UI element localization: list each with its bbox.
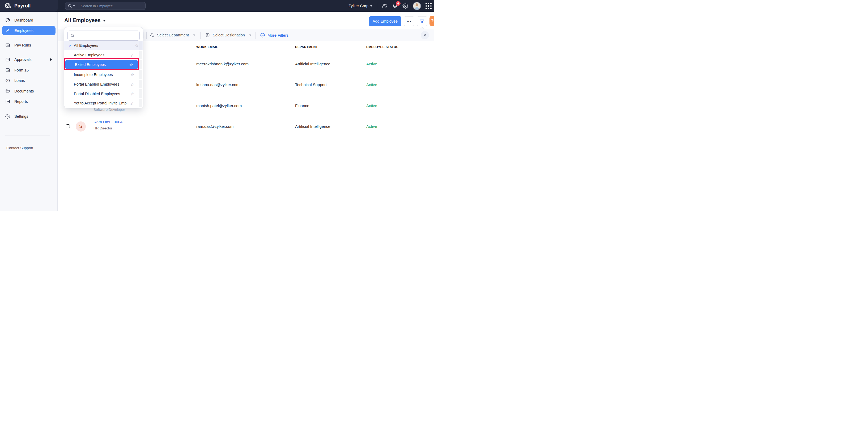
approvals-icon bbox=[5, 57, 10, 62]
designation-icon bbox=[205, 33, 210, 37]
brand-name: Payroll bbox=[14, 3, 31, 9]
column-header-work-email: WORK EMAIL bbox=[196, 45, 218, 49]
department-cell: Artificial Intelligence bbox=[295, 62, 331, 66]
view-option-exited-employees[interactable]: Exited Employees ☆ bbox=[65, 60, 138, 69]
sidebar-item-loans[interactable]: ₹ Loans bbox=[2, 76, 56, 85]
chevron-down-icon bbox=[370, 5, 372, 7]
dropdown-scrollbar[interactable] bbox=[138, 51, 143, 59]
dropdown-scrollbar[interactable] bbox=[138, 89, 143, 98]
funnel-icon bbox=[420, 19, 425, 24]
department-cell: Technical Support bbox=[295, 82, 327, 87]
view-option-active-employees[interactable]: Active Employees ☆ bbox=[64, 50, 138, 60]
search-input[interactable] bbox=[81, 4, 134, 8]
sidebar: Dashboard Employees Pay Runs bbox=[0, 12, 58, 211]
sidebar-item-dashboard[interactable]: Dashboard bbox=[2, 16, 56, 25]
status-badge: Active bbox=[366, 124, 377, 129]
more-filters-icon bbox=[260, 33, 265, 38]
chevron-down-icon bbox=[193, 34, 195, 36]
sidebar-item-reports[interactable]: Reports bbox=[2, 97, 56, 106]
employee-avatar: S bbox=[76, 121, 86, 131]
dropdown-scrollbar[interactable] bbox=[138, 70, 143, 79]
column-header-employee-status: EMPLOYEE STATUS bbox=[366, 45, 398, 49]
close-filters-button[interactable] bbox=[421, 31, 429, 39]
search-divider bbox=[78, 3, 78, 8]
org-switcher[interactable]: Zylker Corp bbox=[348, 4, 372, 8]
filter-divider bbox=[255, 32, 256, 39]
org-name: Zylker Corp bbox=[348, 4, 368, 8]
view-title-dropdown[interactable]: All Employees bbox=[64, 17, 106, 23]
topbar-right-cluster: Zylker Corp 6 bbox=[348, 0, 432, 12]
documents-icon bbox=[5, 89, 10, 94]
more-actions-button[interactable]: ••• bbox=[404, 16, 414, 26]
views-search-box[interactable] bbox=[67, 31, 140, 41]
help-button[interactable]: ? bbox=[430, 16, 434, 26]
sidebar-item-employees[interactable]: Employees bbox=[2, 26, 56, 35]
search-icon[interactable] bbox=[68, 4, 72, 8]
sidebar-divider bbox=[5, 135, 50, 136]
view-option-portal-enabled[interactable]: Portal Enabled Employees ☆ bbox=[64, 80, 138, 89]
star-icon[interactable]: ☆ bbox=[130, 91, 134, 96]
chevron-down-icon bbox=[249, 34, 251, 36]
status-badge: Active bbox=[366, 62, 377, 66]
views-search-input[interactable] bbox=[77, 34, 135, 38]
view-option-yet-to-accept[interactable]: Yet to Accept Portal Invite Empl... ☆ bbox=[64, 99, 138, 108]
global-search[interactable] bbox=[65, 2, 146, 10]
sidebar-item-form-16[interactable]: 16 Form 16 bbox=[2, 65, 56, 75]
star-icon[interactable]: ☆ bbox=[130, 53, 134, 58]
gear-icon[interactable] bbox=[402, 3, 408, 9]
chevron-right-icon bbox=[50, 58, 52, 61]
row-checkbox[interactable] bbox=[66, 124, 70, 128]
users-icon[interactable] bbox=[382, 3, 388, 9]
more-filters-button[interactable]: More Filters bbox=[260, 29, 288, 41]
ellipsis-icon: ••• bbox=[407, 20, 411, 23]
settings-gear-icon bbox=[5, 114, 10, 119]
contact-support-link[interactable]: Contact Support bbox=[6, 146, 33, 150]
notification-count-badge: 6 bbox=[396, 1, 401, 6]
star-icon[interactable]: ☆ bbox=[129, 62, 133, 67]
page-title: All Employees bbox=[64, 17, 101, 23]
dropdown-scrollbar[interactable] bbox=[138, 60, 143, 69]
sidebar-item-approvals[interactable]: Approvals bbox=[2, 55, 56, 64]
view-option-incomplete-employees[interactable]: Incomplete Employees ☆ bbox=[64, 70, 138, 80]
star-icon[interactable]: ☆ bbox=[130, 72, 134, 77]
star-icon[interactable]: ☆ bbox=[130, 101, 134, 106]
title-caret-icon bbox=[103, 20, 106, 22]
column-header-department: DEPARTMENT bbox=[295, 45, 318, 49]
sidebar-item-settings[interactable]: Settings bbox=[2, 112, 56, 121]
pay-runs-icon bbox=[5, 43, 10, 48]
designation-cell: Software Developer bbox=[93, 108, 125, 112]
search-scope-caret-icon[interactable] bbox=[73, 5, 75, 7]
svg-text:16: 16 bbox=[7, 69, 9, 71]
check-icon: ✓ bbox=[69, 43, 72, 48]
dashboard-icon bbox=[5, 18, 10, 23]
views-list: ✓ All Employees ☆ Active Employees ☆ Exi… bbox=[64, 41, 143, 108]
status-badge: Active bbox=[366, 82, 377, 87]
star-icon[interactable]: ☆ bbox=[135, 43, 138, 48]
sidebar-item-pay-runs[interactable]: Pay Runs bbox=[2, 40, 56, 50]
notifications-bell-icon[interactable]: 6 bbox=[392, 3, 398, 9]
star-icon[interactable]: ☆ bbox=[130, 82, 134, 87]
sidebar-item-documents[interactable]: Documents bbox=[2, 86, 56, 96]
payroll-logo-icon bbox=[5, 3, 11, 9]
dropdown-scrollbar[interactable] bbox=[138, 99, 143, 107]
designation-filter[interactable]: Select Designation bbox=[205, 29, 251, 41]
view-option-portal-disabled[interactable]: Portal Disabled Employees ☆ bbox=[64, 89, 138, 99]
filter-bar-pointer bbox=[419, 27, 424, 31]
add-employee-button[interactable]: Add Employee bbox=[369, 16, 401, 26]
app-grid-icon[interactable] bbox=[426, 3, 432, 9]
user-avatar[interactable] bbox=[413, 2, 421, 10]
table-row[interactable]: S Ram Das - 0004 HR Director ram.das@zyl… bbox=[58, 116, 434, 137]
dropdown-scrollbar[interactable] bbox=[138, 80, 143, 88]
employee-name-link[interactable]: Ram Das - 0004 bbox=[93, 120, 122, 124]
department-filter[interactable]: Select Department bbox=[149, 29, 195, 41]
employees-icon bbox=[5, 28, 10, 33]
department-cell: Artificial Intelligence bbox=[295, 124, 331, 129]
dropdown-scrollbar[interactable] bbox=[138, 41, 143, 50]
department-cell: Finance bbox=[295, 103, 309, 108]
view-option-all-employees[interactable]: ✓ All Employees ☆ bbox=[64, 41, 143, 50]
work-email-cell: ram.das@zylker.com bbox=[196, 124, 234, 129]
filter-toggle-button[interactable] bbox=[417, 16, 427, 26]
table-bottom-border bbox=[58, 137, 434, 137]
top-bar: Payroll Zylker Corp bbox=[0, 0, 434, 12]
search-icon bbox=[71, 34, 74, 38]
